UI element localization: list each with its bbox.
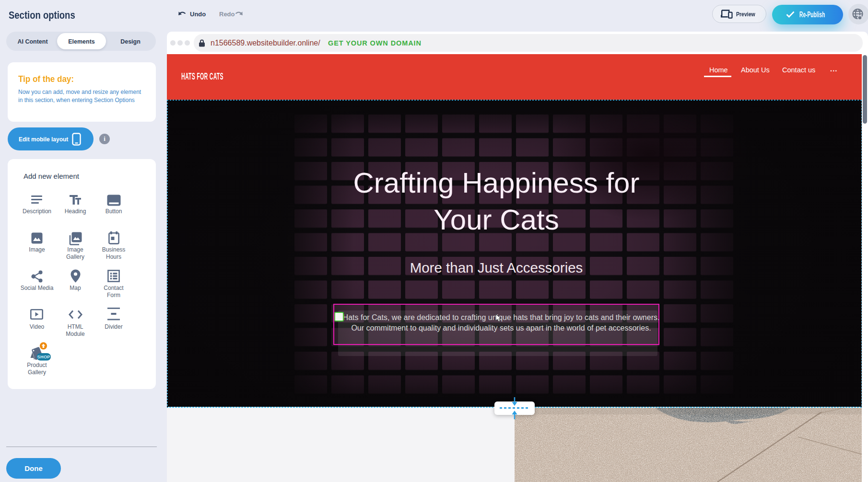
svg-text:SHOP: SHOP bbox=[37, 355, 50, 359]
